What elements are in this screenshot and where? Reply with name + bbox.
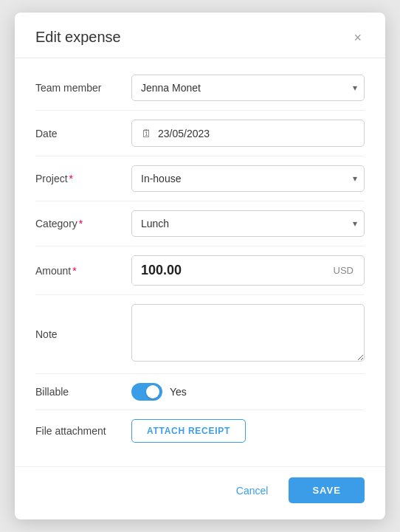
team-member-label: Team member <box>35 82 131 94</box>
billable-toggle[interactable] <box>131 383 162 401</box>
amount-control: USD <box>131 255 365 286</box>
project-required-star: * <box>69 173 73 184</box>
modal-body: Team member Jenna Monet ▾ Date 🗓 23/05/2… <box>15 58 385 466</box>
project-control: In-house ▾ <box>131 165 365 192</box>
billable-row: Billable Yes <box>35 374 365 410</box>
save-button[interactable]: SAVE <box>289 477 365 503</box>
toggle-slider <box>131 383 162 401</box>
category-row: Category* Lunch ▾ <box>35 201 365 246</box>
calendar-icon: 🗓 <box>141 127 152 139</box>
amount-input[interactable] <box>132 256 323 285</box>
project-label: Project* <box>35 173 131 184</box>
billable-toggle-wrapper: Yes <box>131 383 365 401</box>
team-member-select[interactable]: Jenna Monet <box>131 75 365 101</box>
file-attachment-label: File attachment <box>35 425 131 437</box>
modal-title: Edit expense <box>35 29 121 46</box>
category-select[interactable]: Lunch <box>131 210 365 237</box>
note-label: Note <box>35 328 131 340</box>
note-row: Note <box>35 295 365 374</box>
amount-wrapper: USD <box>131 255 365 286</box>
date-label: Date <box>35 128 131 139</box>
category-required-star: * <box>79 218 83 229</box>
note-control <box>131 304 365 365</box>
amount-label: Amount* <box>35 265 131 277</box>
billable-control: Yes <box>131 383 365 401</box>
project-row: Project* In-house ▾ <box>35 156 365 201</box>
file-attachment-row: File attachment ATTACH RECEIPT <box>35 410 365 452</box>
project-select[interactable]: In-house <box>131 165 365 192</box>
billable-toggle-label: Yes <box>170 386 187 398</box>
date-picker[interactable]: 🗓 23/05/2023 <box>131 120 365 147</box>
category-label: Category* <box>35 218 131 229</box>
project-select-wrapper: In-house ▾ <box>131 165 365 192</box>
amount-required-star: * <box>72 265 76 277</box>
attach-receipt-button[interactable]: ATTACH RECEIPT <box>131 419 246 443</box>
cancel-button[interactable]: Cancel <box>227 479 277 502</box>
date-row: Date 🗓 23/05/2023 <box>35 111 365 156</box>
billable-label: Billable <box>35 386 131 398</box>
currency-label: USD <box>323 258 364 283</box>
amount-row: Amount* USD <box>35 246 365 295</box>
file-attachment-control: ATTACH RECEIPT <box>131 419 365 443</box>
date-control: 🗓 23/05/2023 <box>131 120 365 147</box>
team-member-row: Team member Jenna Monet ▾ <box>35 66 365 111</box>
modal-header: Edit expense × <box>15 13 385 58</box>
close-button[interactable]: × <box>351 30 365 46</box>
edit-expense-modal: Edit expense × Team member Jenna Monet ▾… <box>15 13 385 519</box>
team-member-control: Jenna Monet ▾ <box>131 75 365 101</box>
note-textarea[interactable] <box>131 304 365 362</box>
team-member-select-wrapper: Jenna Monet ▾ <box>131 75 365 101</box>
category-select-wrapper: Lunch ▾ <box>131 210 365 237</box>
date-value: 23/05/2023 <box>158 128 210 139</box>
modal-footer: Cancel SAVE <box>15 466 385 519</box>
category-control: Lunch ▾ <box>131 210 365 237</box>
